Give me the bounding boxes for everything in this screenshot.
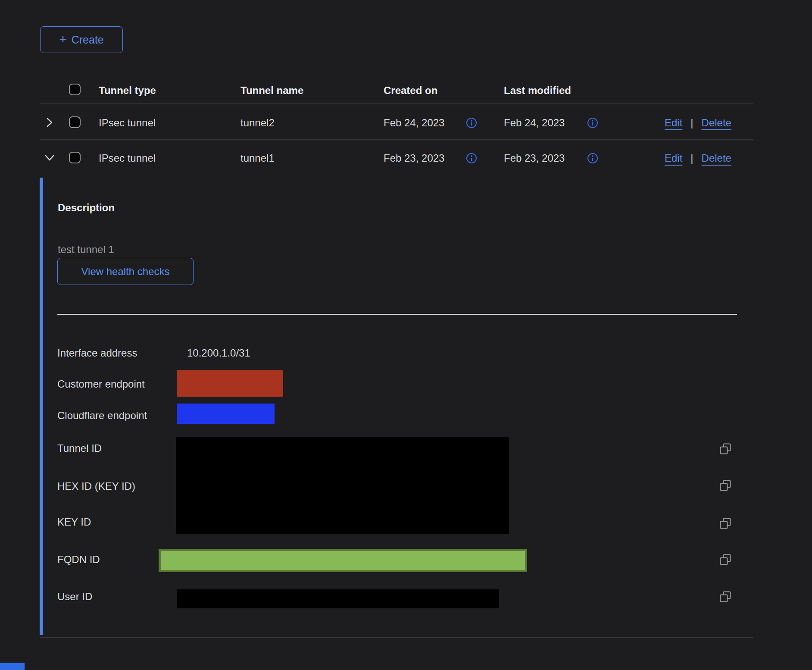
- description-value: test tunnel 1: [58, 243, 114, 256]
- expanded-bottom-divider: [40, 637, 753, 638]
- tunnel-name-cell: tunnel1: [240, 152, 275, 165]
- header-divider: [40, 103, 753, 104]
- user-id-label: User ID: [57, 590, 92, 603]
- delete-link[interactable]: Delete: [702, 116, 731, 129]
- interface-address-value: 10.200.1.0/31: [187, 347, 250, 360]
- row-divider: [40, 139, 753, 140]
- cloudflare-endpoint-label: Cloudflare endpoint: [57, 409, 147, 422]
- delete-link[interactable]: Delete: [702, 152, 731, 165]
- copy-icon[interactable]: [719, 479, 732, 492]
- last-modified-cell: Feb 24, 2023: [504, 116, 565, 129]
- created-on-cell: Feb 23, 2023: [384, 152, 444, 165]
- info-icon[interactable]: [466, 153, 477, 164]
- expanded-row-accent-bar: [40, 178, 43, 635]
- edit-link[interactable]: Edit: [665, 152, 682, 165]
- info-icon[interactable]: [587, 153, 598, 164]
- customer-endpoint-redaction: [177, 370, 283, 397]
- view-health-checks-label: View health checks: [81, 266, 169, 278]
- created-on-cell: Feb 24, 2023: [384, 116, 444, 129]
- row-checkbox[interactable]: [69, 152, 81, 163]
- select-all-checkbox[interactable]: [69, 84, 81, 95]
- tunnel-name-cell: tunnel2: [240, 116, 275, 129]
- tunnel-id-label: Tunnel ID: [57, 442, 102, 455]
- fqdn-id-label: FQDN ID: [57, 553, 100, 566]
- fqdn-id-redaction: [159, 549, 527, 572]
- user-id-redaction: [177, 589, 499, 608]
- cloudflare-endpoint-redaction: [177, 404, 275, 424]
- action-separator: |: [690, 116, 693, 129]
- create-button-label: Create: [72, 34, 104, 46]
- copy-icon[interactable]: [719, 442, 732, 455]
- copy-icon[interactable]: [719, 517, 732, 530]
- ids-redaction: [176, 437, 509, 534]
- tunnel-type-cell: IPsec tunnel: [99, 116, 156, 129]
- interface-address-label: Interface address: [57, 347, 137, 360]
- view-health-checks-button[interactable]: View health checks: [57, 258, 194, 285]
- column-header-tunnel-type: Tunnel type: [99, 84, 156, 97]
- tunnels-page: + Create Tunnel type Tunnel name Created…: [0, 0, 812, 670]
- create-button[interactable]: + Create: [40, 26, 123, 53]
- last-modified-cell: Feb 23, 2023: [504, 152, 565, 165]
- row-checkbox[interactable]: [69, 116, 81, 128]
- section-divider: [57, 314, 737, 315]
- tunnel-type-cell: IPsec tunnel: [99, 152, 156, 165]
- info-icon[interactable]: [587, 117, 598, 128]
- column-header-last-modified: Last modified: [504, 84, 571, 97]
- customer-endpoint-label: Customer endpoint: [57, 378, 145, 391]
- column-header-tunnel-name: Tunnel name: [240, 84, 303, 97]
- copy-icon[interactable]: [719, 553, 732, 566]
- column-header-created-on: Created on: [384, 84, 437, 97]
- description-label: Description: [58, 201, 115, 214]
- edit-link[interactable]: Edit: [665, 116, 682, 129]
- row-actions: Edit | Delete: [665, 116, 731, 129]
- plus-icon: +: [59, 32, 67, 47]
- row-actions: Edit | Delete: [665, 152, 731, 165]
- chevron-down-icon[interactable]: [44, 153, 55, 163]
- bottom-left-accent: [0, 663, 25, 670]
- copy-icon[interactable]: [719, 590, 732, 603]
- info-icon[interactable]: [466, 117, 477, 128]
- key-id-label: KEY ID: [57, 516, 91, 529]
- chevron-right-icon[interactable]: [45, 117, 54, 128]
- hex-id-label: HEX ID (KEY ID): [57, 480, 135, 493]
- action-separator: |: [690, 152, 693, 165]
